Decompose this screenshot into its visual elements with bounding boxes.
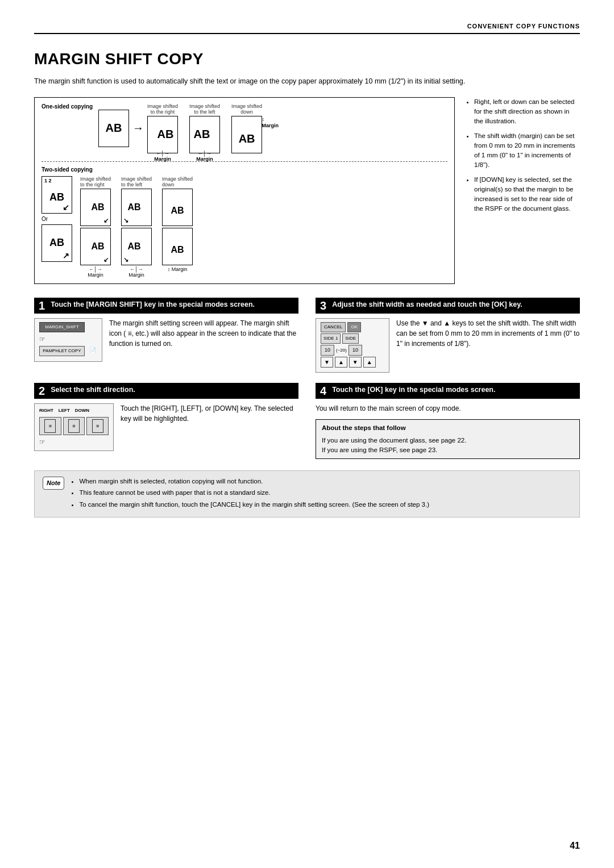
note-item-2: This feature cannot be used with paper t…	[79, 488, 429, 498]
margin-shift-btn[interactable]: MARGIN_SHIFT	[39, 322, 85, 332]
one-sided-section: One-sided copying AB → Image shiftedto t…	[42, 103, 447, 278]
step-2-text: Touch the [RIGHT], [LEFT], or [DOWN] key…	[121, 403, 298, 451]
step-3-content: CANCEL OK SIDE 1 SIDE 10 (~20) 10	[316, 318, 580, 373]
two-sided-left-page2: AB ↘	[121, 228, 152, 265]
value-10: 10	[321, 345, 334, 356]
two-sided-right-page1: AB ↙	[80, 189, 111, 226]
step-4-text: You will return to the main screen of co…	[316, 403, 580, 459]
note-item-3: To cancel the margin shift function, tou…	[79, 500, 429, 510]
finger-icon-1: ☞	[39, 334, 45, 344]
doc-icon: 📄	[89, 346, 96, 356]
about-line-2: If you are using the RSPF, see page 23.	[322, 445, 574, 455]
step-2-num: 2	[39, 385, 45, 397]
shift-left-page: AB ←│→Margin	[189, 116, 220, 153]
margin-label-3: ↕Margin	[262, 116, 279, 129]
two-sided-original-col: 1 2 AB ↙ Or AB ↗	[42, 176, 72, 262]
two-sided-down-page1: AB	[162, 189, 193, 226]
finger-icon-2: ☞	[39, 437, 109, 447]
margin-label-ts2: ←│→Margin	[128, 266, 144, 278]
step-2-ui: RIGHT LEFT DOWN ≡ ≡ ≡	[34, 403, 114, 451]
margin-label-ts1: ←│→Margin	[88, 266, 103, 278]
step-3-text: Use the ▼ and ▲ keys to set the shift wi…	[396, 318, 580, 373]
about-line-1: If you are using the document glass, see…	[322, 436, 574, 445]
side-note-3: If [DOWN] key is selected, set the origi…	[474, 175, 580, 214]
step-2-header: 2 Select the shift direction.	[34, 383, 298, 399]
two-sided-left-page1: AB ↘	[121, 189, 152, 226]
page-number: 41	[570, 841, 580, 851]
about-title: About the steps that follow	[322, 423, 574, 433]
note-content: When margin shift is selected, rotation …	[70, 477, 429, 511]
diagram-box: One-sided copying AB → Image shiftedto t…	[34, 97, 455, 284]
note-icon: Note	[43, 477, 64, 490]
ok-btn[interactable]: OK	[347, 322, 361, 332]
side1-label: SIDE 1	[321, 333, 341, 344]
up-arrow-btn-2[interactable]: ▲	[363, 357, 376, 368]
divider	[42, 161, 447, 162]
shift-right-label: Image shiftedto the right	[147, 103, 178, 115]
down-arrow-btn[interactable]: ▼	[321, 357, 333, 368]
step-4-content: You will return to the main screen of co…	[316, 403, 580, 459]
two-sided-right-col: Image shiftedto the right AB ↙ AB ↙ ←│→M…	[80, 176, 111, 278]
step-2-content: RIGHT LEFT DOWN ≡ ≡ ≡	[34, 403, 298, 451]
step-3-header: 3 Adjust the shift width as needed and t…	[316, 298, 580, 314]
or-label: Or	[42, 216, 72, 222]
header-title: CONVENIENT COPY FUNCTIONS	[467, 23, 580, 30]
step-4-header: 4 Touch the [OK] key in the special mode…	[316, 383, 580, 399]
margin-label-2: ←│→Margin	[190, 151, 219, 162]
page-title: MARGIN SHIFT COPY	[34, 50, 580, 68]
shift-down-page: AB ↕Margin	[231, 116, 262, 153]
about-box: About the steps that follow If you are u…	[316, 419, 580, 459]
shift-left-label: Image shiftedto the left	[189, 103, 220, 115]
two-sided-stack: 1 2 AB ↙ Or AB ↗	[42, 176, 72, 262]
two-sided-label: Two-sided copying	[42, 166, 447, 173]
arrow-icon: →	[132, 122, 144, 135]
left-btn[interactable]: ≡	[63, 417, 85, 435]
step-1-block: 1 Touch the [MARGIN SHIFT] key in the sp…	[34, 298, 298, 373]
dir-labels: RIGHT LEFT DOWN	[39, 407, 89, 414]
shift-right-col: Image shiftedto the right AB ←│→Margin	[147, 103, 178, 153]
shift-down-label: Image shifteddown	[231, 103, 262, 115]
two-sided-left-col: Image shiftedto the left AB ↘ AB ↘ ←│→Ma…	[121, 176, 152, 278]
pamphlet-copy-btn[interactable]: PAMPHLET COPY	[39, 346, 85, 356]
intro-text: The margin shift function is used to aut…	[34, 76, 523, 87]
two-sided-down-page2: AB	[162, 228, 193, 265]
side-notes-list: Right, left or down can be selected for …	[466, 97, 580, 214]
right-btn[interactable]: ≡	[39, 417, 61, 435]
cancel-btn[interactable]: CANCEL	[321, 322, 346, 332]
header-bar: CONVENIENT COPY FUNCTIONS	[34, 23, 580, 34]
two-sided-right-page2: AB ↙	[80, 228, 111, 265]
step-3-block: 3 Adjust the shift width as needed and t…	[316, 298, 580, 373]
step-1-num: 1	[39, 300, 45, 311]
page1: 1 2 AB ↙	[42, 176, 72, 214]
page2: AB ↗	[42, 224, 72, 262]
step-2-block: 2 Select the shift direction. RIGHT LEFT…	[34, 383, 298, 459]
side-note-2: The shift width (margin) can be set from…	[474, 131, 580, 170]
margin-label-1: ←│→Margin	[148, 151, 177, 162]
step-1-ui: MARGIN_SHIFT ☞ PAMPHLET COPY 📄	[34, 318, 102, 362]
down-arrow-btn-2[interactable]: ▼	[349, 357, 362, 368]
shift-left-col: Image shiftedto the left AB ←│→Margin	[189, 103, 220, 153]
steps-grid: 1 Touch the [MARGIN SHIFT] key in the sp…	[34, 298, 580, 459]
step-3-ui: CANCEL OK SIDE 1 SIDE 10 (~20) 10	[316, 318, 389, 373]
step-1-text: The margin shift setting screen will app…	[109, 318, 298, 362]
shift-right-page: AB ←│→Margin	[147, 116, 178, 153]
value-10-2: 10	[349, 345, 362, 356]
page: CONVENIENT COPY FUNCTIONS MARGIN SHIFT C…	[0, 0, 614, 868]
step-3-image: CANCEL OK SIDE 1 SIDE 10 (~20) 10	[316, 318, 389, 373]
range-label: (~20)	[336, 347, 347, 354]
note-item-1: When margin shift is selected, rotation …	[79, 477, 429, 486]
down-btn[interactable]: ≡	[86, 417, 109, 435]
step-1-header: 1 Touch the [MARGIN SHIFT] key in the sp…	[34, 298, 298, 314]
note-list: When margin shift is selected, rotation …	[70, 477, 429, 510]
step-2-image: RIGHT LEFT DOWN ≡ ≡ ≡	[34, 403, 114, 451]
step-3-title: Adjust the shift width as needed and tou…	[332, 300, 522, 309]
step-4-block: 4 Touch the [OK] key in the special mode…	[316, 383, 580, 459]
up-arrow-btn-1[interactable]: ▲	[335, 357, 347, 368]
side-notes: Right, left or down can be selected for …	[466, 97, 580, 284]
step-2-title: Select the shift direction.	[51, 385, 135, 394]
step-1-image: MARGIN_SHIFT ☞ PAMPHLET COPY 📄	[34, 318, 102, 362]
side-note-1: Right, left or down can be selected for …	[474, 97, 580, 127]
one-sided-label: One-sided copying	[42, 103, 93, 110]
step-4-num: 4	[320, 385, 326, 397]
note-box: Note When margin shift is selected, rota…	[34, 470, 580, 518]
